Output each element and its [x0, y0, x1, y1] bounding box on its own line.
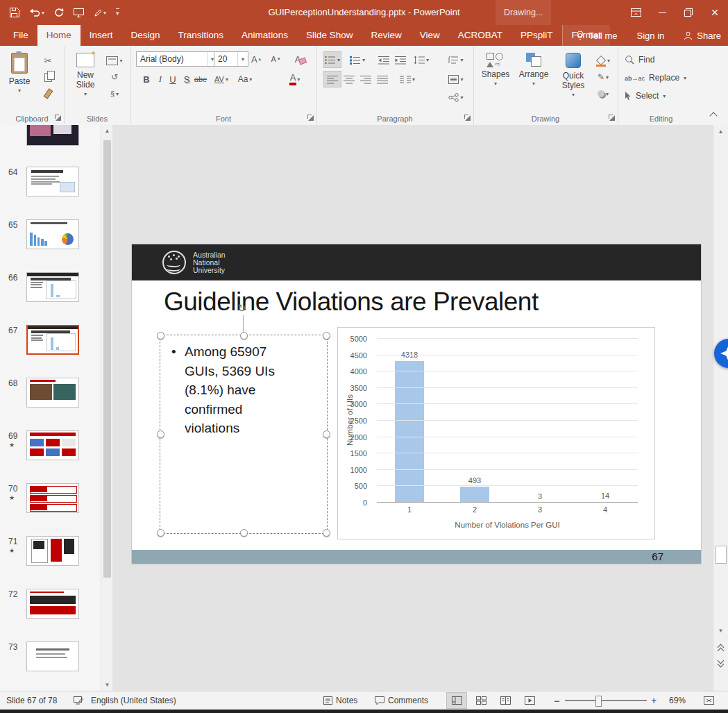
- shapes-button[interactable]: ⇨ Shapes ▾: [477, 48, 514, 112]
- view-slide-sorter-button[interactable]: [471, 692, 491, 709]
- proofing-button[interactable]: [74, 691, 84, 710]
- zoom-slider[interactable]: [565, 691, 647, 710]
- format-painter-button[interactable]: [39, 85, 57, 102]
- tell-me-button[interactable]: Tell me: [576, 31, 617, 41]
- previous-slide-button[interactable]: [716, 644, 725, 653]
- slide-thumbnail-73[interactable]: [26, 641, 79, 671]
- selection-handle-s[interactable]: [240, 529, 248, 537]
- chevron-down-icon[interactable]: ▾: [207, 52, 214, 66]
- scroll-down-button[interactable]: ▼: [713, 628, 728, 634]
- selection-handle-se[interactable]: [323, 529, 330, 537]
- close-button[interactable]: ×: [702, 0, 728, 25]
- font-name-combo[interactable]: Arial (Body) ▾: [136, 51, 218, 67]
- minimize-button[interactable]: [649, 0, 675, 25]
- qat-customize-button[interactable]: ▾: [116, 8, 119, 17]
- next-slide-button[interactable]: [716, 658, 725, 666]
- chevron-down-icon[interactable]: ▾: [42, 10, 44, 16]
- justify-button[interactable]: [373, 71, 391, 87]
- new-slide-button[interactable]: New Slide ▾: [67, 48, 104, 112]
- selection-handle-nw[interactable]: [157, 332, 164, 339]
- slide-editing-canvas[interactable]: Australian National University Guideline…: [112, 125, 713, 691]
- zoom-slider-handle[interactable]: [595, 696, 602, 707]
- text-direction-button[interactable]: ▾: [447, 51, 465, 68]
- selection-handle-w[interactable]: [157, 430, 164, 438]
- view-normal-button[interactable]: [446, 692, 467, 709]
- decrease-indent-button[interactable]: [375, 51, 393, 68]
- slide-thumbnail-71[interactable]: [26, 536, 79, 566]
- bullet-text[interactable]: Among 65907 GUIs, 5369 UIs (8.1%) have c…: [185, 342, 299, 438]
- selection-handle-n[interactable]: [240, 332, 248, 339]
- smartart-convert-button[interactable]: ▾: [447, 89, 465, 106]
- save-button[interactable]: [10, 8, 19, 17]
- scroll-down-button[interactable]: ▼: [101, 682, 113, 688]
- slide-thumbnail-64[interactable]: [26, 167, 79, 196]
- slideshow-from-start-button[interactable]: [74, 8, 84, 17]
- font-dialog-launcher[interactable]: [307, 114, 314, 121]
- view-reading-button[interactable]: [495, 692, 516, 709]
- zoom-out-button[interactable]: −: [554, 691, 560, 710]
- tab-file[interactable]: File: [4, 25, 37, 46]
- tab-transitions[interactable]: Transitions: [169, 25, 233, 46]
- shape-fill-button[interactable]: ▾: [594, 52, 612, 69]
- tab-acrobat[interactable]: ACROBAT: [449, 25, 511, 46]
- bar-chart[interactable]: Number of UIs 05001000150020002500300035…: [337, 327, 655, 539]
- chevron-down-icon[interactable]: ▾: [103, 10, 106, 16]
- paragraph-dialog-launcher[interactable]: [464, 114, 471, 121]
- slide-title[interactable]: Guideline Violations are Prevalent: [164, 287, 539, 317]
- select-button[interactable]: Select ▾: [625, 87, 666, 104]
- bullet-item[interactable]: • Among 65907 GUIs, 5369 UIs (8.1%) have…: [171, 342, 299, 438]
- selection-handle-e[interactable]: [323, 430, 330, 438]
- clipboard-dialog-launcher[interactable]: [54, 114, 62, 121]
- rotate-handle[interactable]: ↻: [237, 302, 246, 314]
- comments-button[interactable]: Comments: [375, 691, 428, 710]
- tab-ppsplit[interactable]: PPspliT: [511, 25, 562, 46]
- line-spacing-button[interactable]: ▾: [412, 51, 430, 68]
- share-button[interactable]: Share: [684, 31, 721, 41]
- align-right-button[interactable]: [357, 71, 375, 87]
- drawing-dialog-launcher[interactable]: [608, 114, 616, 121]
- zoom-slider-track[interactable]: [565, 700, 647, 701]
- chart-bar[interactable]: [460, 487, 489, 503]
- slides-panel-scrollbar[interactable]: ▲ ▼: [101, 125, 113, 691]
- copy-button[interactable]: [39, 69, 57, 85]
- section-button[interactable]: §▾: [105, 85, 124, 102]
- selection-handle-sw[interactable]: [157, 529, 164, 537]
- cut-button[interactable]: ✂: [39, 52, 57, 69]
- shape-effects-button[interactable]: ▾: [594, 85, 612, 102]
- slide-layout-button[interactable]: ▾: [105, 52, 124, 69]
- fit-slide-button[interactable]: [704, 691, 714, 710]
- chart-bar[interactable]: [395, 361, 424, 503]
- pen-mode-button[interactable]: ▾: [94, 8, 106, 17]
- redo-button[interactable]: [54, 8, 64, 17]
- increase-indent-button[interactable]: [391, 51, 409, 68]
- arrange-button[interactable]: Arrange ▾: [515, 48, 552, 112]
- slide-thumbnail-67[interactable]: [26, 325, 79, 355]
- tab-review[interactable]: Review: [362, 25, 410, 46]
- align-left-button[interactable]: [323, 71, 341, 87]
- decrease-font-button[interactable]: A▾: [266, 51, 285, 67]
- chevron-down-icon[interactable]: ▾: [237, 52, 244, 66]
- scrollbar-thumb[interactable]: [103, 140, 111, 578]
- sign-in-button[interactable]: Sign in: [637, 31, 665, 41]
- restore-button[interactable]: [675, 0, 702, 25]
- change-case-button[interactable]: Aa▾: [236, 71, 254, 87]
- slide-thumbnail-66[interactable]: [26, 272, 79, 302]
- tab-design[interactable]: Design: [122, 25, 169, 46]
- scroll-up-button[interactable]: ▲: [713, 128, 728, 135]
- font-size-combo[interactable]: 20 ▾: [214, 51, 248, 67]
- slide-thumbnail-69[interactable]: [26, 430, 79, 460]
- clear-formatting-button[interactable]: A: [291, 51, 310, 67]
- numbering-button[interactable]: ▾: [348, 51, 366, 68]
- slide-thumbnail-72[interactable]: [26, 589, 79, 619]
- bullets-button[interactable]: ▾: [323, 51, 341, 68]
- quick-styles-button[interactable]: Quick Styles ▾: [554, 48, 593, 112]
- tab-insert[interactable]: Insert: [81, 25, 122, 46]
- undo-button[interactable]: ▾: [29, 8, 44, 17]
- selection-handle-ne[interactable]: [323, 332, 330, 339]
- reset-slide-button[interactable]: ↺: [105, 69, 124, 85]
- strikethrough-button[interactable]: abe: [192, 71, 210, 87]
- paste-button[interactable]: Paste ▾: [2, 48, 37, 112]
- find-button[interactable]: Find: [625, 51, 654, 68]
- textbox-selection[interactable]: ↻ • Among 65907 GUIs, 5369 UIs (8.1%) ha…: [160, 335, 328, 534]
- slide-canvas[interactable]: Australian National University Guideline…: [132, 244, 701, 564]
